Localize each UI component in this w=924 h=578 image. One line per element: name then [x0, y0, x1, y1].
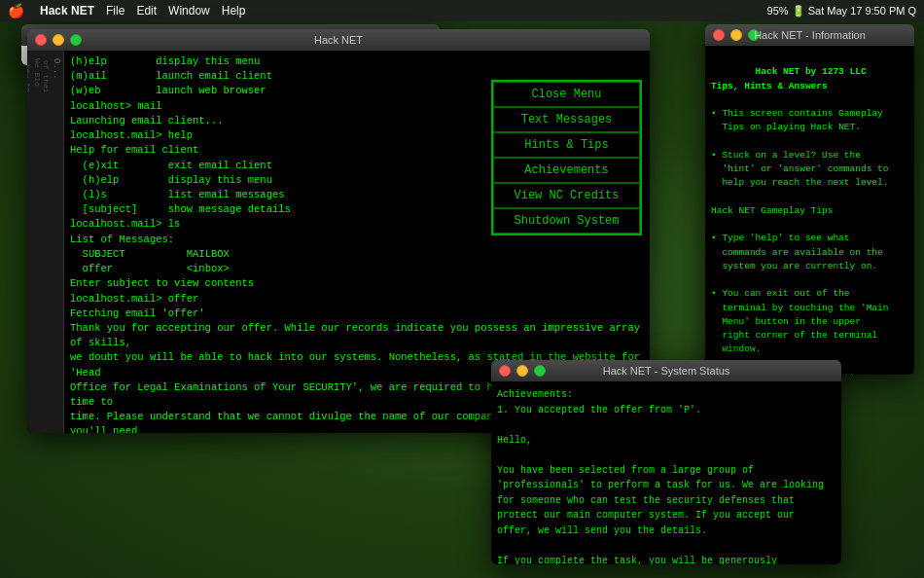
menubar: 🍎 Hack NET File Edit Window Help 95% 🔋 S…	[0, 0, 924, 21]
status-window-controls[interactable]	[499, 365, 546, 377]
main-close-button[interactable]	[35, 34, 47, 46]
main-sidebar: O... of thei We Blo New to Invoice Only …	[27, 51, 64, 433]
text-messages-button[interactable]: Text Messages	[493, 107, 640, 132]
app-name[interactable]: Hack NET	[40, 4, 94, 18]
status-min-button[interactable]	[516, 365, 528, 377]
view-nc-credits-button[interactable]: View NC Credits	[493, 183, 640, 208]
main-min-button[interactable]	[53, 34, 64, 46]
menu-overlay: Close Menu Text Messages Hints & Tips Ac…	[491, 80, 642, 235]
status-close-button[interactable]	[499, 365, 511, 377]
shutdown-system-button[interactable]: Shutdown System	[493, 208, 640, 234]
close-menu-button[interactable]: Close Menu	[493, 82, 640, 107]
info-min-button[interactable]	[730, 29, 742, 41]
main-window-controls[interactable]	[35, 34, 82, 46]
menu-window[interactable]: Window	[168, 4, 210, 18]
menu-help[interactable]: Help	[222, 4, 246, 18]
sidebar-text: O... of thei We Blo New to Invoice Only …	[27, 54, 63, 101]
main-max-button[interactable]	[70, 34, 82, 46]
info-heading-text: Hack NET by 1273 LLC Tips, Hints & Answe…	[711, 66, 867, 90]
status-window-title: Hack NET - System Status	[603, 365, 730, 377]
info-heading: Hack NET by 1273 LLC Tips, Hints & Answe…	[711, 52, 908, 375]
hints-tips-button[interactable]: Hints & Tips	[493, 132, 640, 158]
system-status-icons: 95% 🔋 Sat May 17 9:50 PM Q	[767, 5, 916, 18]
info-close-button[interactable]	[713, 29, 725, 41]
system-status-window: Hack NET - System Status Achievements: 1…	[491, 360, 841, 564]
info-window-content: Hack NET by 1273 LLC Tips, Hints & Answe…	[705, 46, 914, 375]
menu-edit[interactable]: Edit	[136, 4, 157, 18]
status-window-content: Achievements: 1. You accepted the offer …	[491, 381, 841, 564]
apple-menu[interactable]: 🍎	[8, 3, 24, 19]
info-window-controls[interactable]	[713, 29, 760, 41]
main-titlebar: Hack NET	[27, 29, 650, 51]
main-window-title: Hack NET	[314, 34, 363, 46]
info-window: Hack NET - Information Hack NET by 1273 …	[705, 24, 914, 375]
menu-file[interactable]: File	[106, 4, 124, 18]
menubar-right: 95% 🔋 Sat May 17 9:50 PM Q	[767, 5, 916, 18]
achievements-button[interactable]: Achievements	[493, 158, 640, 183]
info-body-text: • This screen contains Gameplay Tips on …	[711, 108, 888, 375]
status-max-button[interactable]	[534, 365, 546, 377]
status-output: Achievements: 1. You accepted the offer …	[497, 387, 835, 564]
info-window-title: Hack NET - Information	[754, 29, 866, 41]
info-titlebar: Hack NET - Information	[705, 24, 914, 46]
status-titlebar: Hack NET - System Status	[491, 360, 841, 381]
